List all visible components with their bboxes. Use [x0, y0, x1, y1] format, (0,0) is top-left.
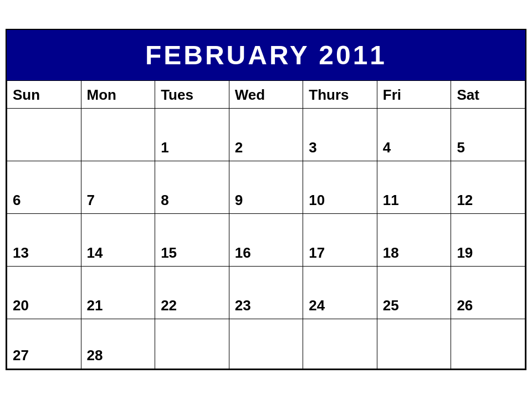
week-row-5: 27 28 [7, 319, 525, 369]
day-cell: 14 [81, 214, 155, 267]
day-cell: 1 [155, 109, 229, 161]
week-row-3: 13 14 15 16 17 18 19 [7, 214, 525, 267]
header-mon: Mon [81, 81, 155, 109]
day-cell: 23 [229, 267, 303, 319]
day-cell: 16 [229, 214, 303, 267]
day-cell: 9 [229, 161, 303, 214]
day-cell: 19 [451, 214, 525, 267]
day-cell: 13 [7, 214, 81, 267]
day-cell: 4 [377, 109, 451, 161]
header-thurs: Thurs [303, 81, 377, 109]
day-cell: 21 [81, 267, 155, 319]
day-cell [451, 319, 525, 369]
day-cell: 6 [7, 161, 81, 214]
day-cell: 20 [7, 267, 81, 319]
day-cell: 27 [7, 319, 81, 369]
week-row-4: 20 21 22 23 24 25 26 [7, 267, 525, 319]
header-sat: Sat [451, 81, 525, 109]
day-cell: 12 [451, 161, 525, 214]
calendar: FEBRUARY 2011 Sun Mon Tues Wed Thurs Fri… [6, 29, 526, 370]
week-row-2: 6 7 8 9 10 11 12 [7, 161, 525, 214]
day-cell [229, 319, 303, 369]
day-cell: 18 [377, 214, 451, 267]
header-tues: Tues [155, 81, 229, 109]
day-cell [303, 319, 377, 369]
day-cell: 2 [229, 109, 303, 161]
calendar-grid: Sun Mon Tues Wed Thurs Fri Sat 1 2 3 4 5… [7, 80, 525, 369]
header-sun: Sun [7, 81, 81, 109]
header-wed: Wed [229, 81, 303, 109]
day-cell [377, 319, 451, 369]
day-cell: 3 [303, 109, 377, 161]
day-cell: 25 [377, 267, 451, 319]
day-cell: 17 [303, 214, 377, 267]
week-row-1: 1 2 3 4 5 [7, 109, 525, 161]
calendar-title: FEBRUARY 2011 [7, 30, 525, 80]
day-headers-row: Sun Mon Tues Wed Thurs Fri Sat [7, 81, 525, 109]
day-cell: 22 [155, 267, 229, 319]
day-cell [7, 109, 81, 161]
day-cell: 15 [155, 214, 229, 267]
header-fri: Fri [377, 81, 451, 109]
day-cell: 7 [81, 161, 155, 214]
day-cell [81, 109, 155, 161]
day-cell: 10 [303, 161, 377, 214]
day-cell: 28 [81, 319, 155, 369]
day-cell: 26 [451, 267, 525, 319]
day-cell: 8 [155, 161, 229, 214]
day-cell [155, 319, 229, 369]
day-cell: 5 [451, 109, 525, 161]
day-cell: 11 [377, 161, 451, 214]
calendar-body: 1 2 3 4 5 6 7 8 9 10 11 12 13 14 15 16 1… [7, 109, 525, 369]
day-cell: 24 [303, 267, 377, 319]
